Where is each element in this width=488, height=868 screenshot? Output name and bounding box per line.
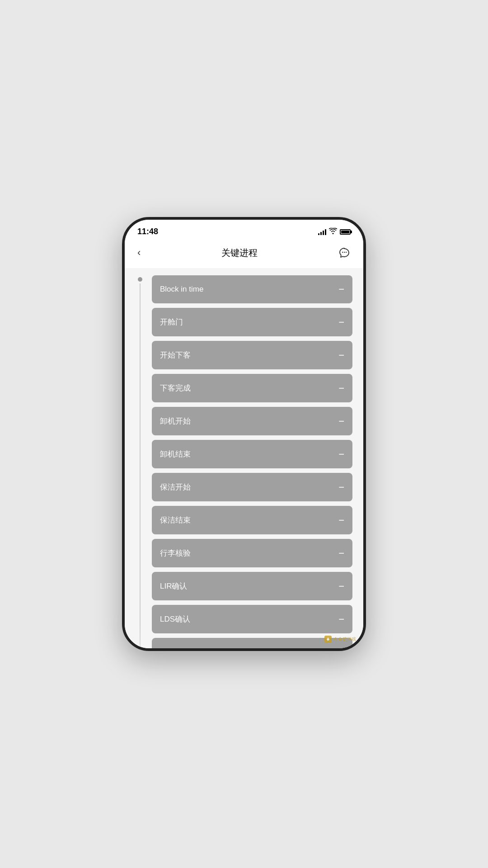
- item-minus-icon: −: [338, 416, 344, 426]
- timeline-dot: [138, 277, 142, 282]
- svg-point-2: [346, 252, 347, 253]
- list-item[interactable]: 开始下客−: [152, 341, 352, 369]
- item-label: 卸机开始: [160, 416, 191, 426]
- back-button[interactable]: ‹: [136, 245, 142, 260]
- item-label: 保洁结束: [160, 515, 191, 525]
- item-minus-icon: −: [338, 383, 344, 393]
- timeline-line: ✈: [136, 275, 145, 651]
- item-minus-icon: −: [338, 317, 344, 327]
- items-list: Block in time−开舱门−开始下客−下客完成−卸机开始−卸机结束−保洁…: [152, 275, 352, 651]
- content-area[interactable]: ✈ Block in time−开舱门−开始下客−下客完成−卸机开始−卸机结束−…: [125, 268, 363, 651]
- list-item[interactable]: 保洁结束−: [152, 506, 352, 534]
- item-label: 下客完成: [160, 383, 191, 393]
- status-bar: 11:48: [125, 220, 363, 240]
- status-icons: [318, 228, 351, 236]
- wifi-icon: [329, 228, 337, 236]
- item-minus-icon: −: [338, 614, 344, 624]
- list-item[interactable]: 卸机开始−: [152, 407, 352, 435]
- list-item[interactable]: 保洁开始−: [152, 473, 352, 501]
- svg-point-0: [342, 252, 343, 253]
- item-label: 开舱门: [160, 317, 183, 327]
- list-item[interactable]: 开舱门−: [152, 308, 352, 336]
- item-label: LIR确认: [160, 581, 187, 591]
- list-item[interactable]: 下客完成−: [152, 374, 352, 402]
- list-item[interactable]: Block in time−: [152, 275, 352, 303]
- list-item[interactable]: 卸机结束−: [152, 440, 352, 468]
- watermark-text: 今金贷游戏: [333, 636, 356, 642]
- item-minus-icon: −: [338, 350, 344, 360]
- battery-icon: [340, 229, 351, 235]
- item-label: LDS确认: [160, 614, 190, 624]
- list-item[interactable]: LDS确认−: [152, 605, 352, 633]
- item-label: Block in time: [160, 285, 203, 294]
- status-time: 11:48: [137, 227, 158, 236]
- item-minus-icon: −: [338, 647, 344, 651]
- item-label: 卸机结束: [160, 449, 191, 459]
- item-minus-icon: −: [338, 581, 344, 591]
- item-label: 保洁开始: [160, 482, 191, 492]
- chat-button[interactable]: [336, 245, 352, 261]
- nav-bar: ‹ 关键进程: [125, 240, 363, 268]
- page-title: 关键进程: [221, 247, 258, 259]
- item-minus-icon: −: [338, 284, 344, 294]
- signal-icon: [318, 229, 326, 235]
- item-minus-icon: −: [338, 482, 344, 492]
- item-minus-icon: −: [338, 548, 344, 558]
- item-label: 行李核验: [160, 548, 191, 558]
- watermark: 今金贷游戏: [324, 636, 356, 643]
- item-minus-icon: −: [338, 515, 344, 525]
- chat-icon: [338, 246, 351, 259]
- item-label: 开始下客: [160, 350, 191, 360]
- phone-frame: 11:48 ‹ 关键进程: [122, 217, 366, 651]
- svg-point-1: [344, 252, 345, 253]
- item-minus-icon: −: [338, 449, 344, 459]
- list-item[interactable]: 行李核验−: [152, 539, 352, 567]
- item-label: 配餐开始: [160, 647, 191, 651]
- timeline-vertical: [140, 283, 141, 651]
- watermark-logo: [324, 636, 332, 643]
- list-item[interactable]: 配餐开始−: [152, 638, 352, 651]
- list-item[interactable]: LIR确认−: [152, 572, 352, 600]
- timeline-container: ✈ Block in time−开舱门−开始下客−下客完成−卸机开始−卸机结束−…: [136, 275, 352, 651]
